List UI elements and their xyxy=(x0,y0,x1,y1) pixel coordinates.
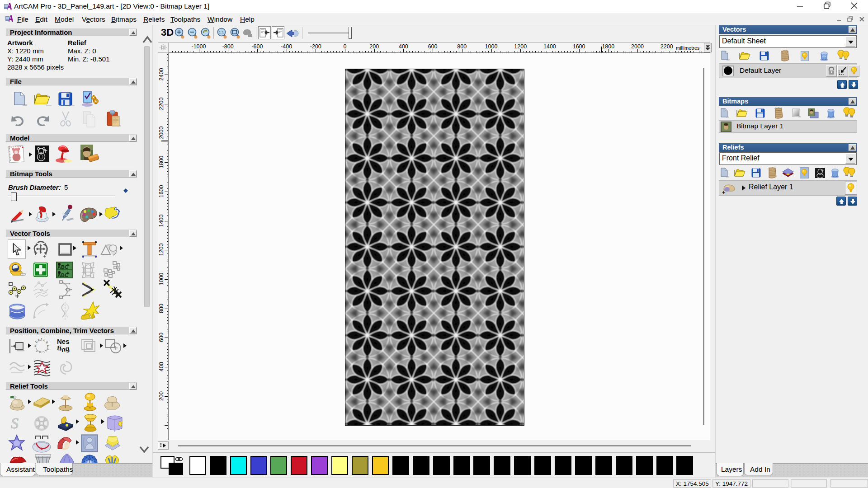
svg-text:n: n xyxy=(47,344,50,347)
svg-text:t: t xyxy=(43,338,45,341)
svg-text:r: r xyxy=(42,352,46,353)
svg-text:1:1: 1:1 xyxy=(219,30,224,34)
svg-text:e: e xyxy=(38,338,40,342)
svg-text:x: x xyxy=(41,337,42,340)
svg-text:S: S xyxy=(11,415,19,431)
svg-text:ABC: ABC xyxy=(57,264,68,270)
svg-text:ng: ng xyxy=(61,344,70,353)
svg-text:a: a xyxy=(33,345,37,347)
svg-text:+: + xyxy=(722,189,726,195)
svg-text:o: o xyxy=(46,340,49,344)
svg-text:ABC: ABC xyxy=(57,272,68,278)
